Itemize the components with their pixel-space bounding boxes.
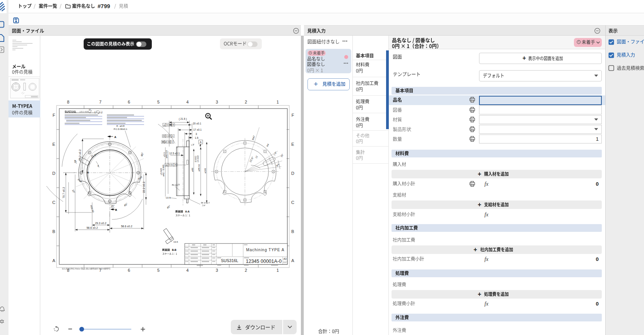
svg-text:12.5 ±0.1: 12.5 ±0.1: [169, 152, 180, 155]
svg-text:): ): [101, 111, 102, 114]
svg-text:0.02: 0.02: [166, 135, 170, 137]
svg-text:A3: A3: [283, 257, 287, 260]
svg-text:8: 8: [67, 100, 69, 104]
svg-text:+0.3: +0.3: [163, 152, 165, 157]
svg-text:E: E: [291, 142, 294, 147]
svg-text:A-A: A-A: [185, 210, 190, 213]
svg-text:A: A: [171, 141, 173, 143]
svg-text:A: A: [52, 258, 55, 263]
svg-text:SUS316L: SUS316L: [221, 258, 239, 263]
svg-text:A: A: [172, 124, 174, 126]
svg-text:D: D: [291, 171, 294, 176]
svg-text:58.6 ±0.2: 58.6 ±0.2: [121, 225, 132, 228]
svg-text:ø82 - 0.005: ø82 - 0.005: [162, 164, 165, 176]
svg-text:A: A: [175, 164, 176, 166]
svg-text:C: C: [291, 200, 294, 205]
svg-text:F: F: [53, 113, 55, 117]
svg-text:F: F: [292, 113, 294, 117]
svg-text:C: C: [52, 200, 55, 205]
svg-text:4: 4: [186, 268, 189, 273]
svg-text:B-B: B-B: [172, 249, 177, 251]
svg-text:2: 2: [245, 100, 247, 104]
svg-text:1: 1: [276, 100, 279, 104]
svg-text:P.C.D.96±0.1: P.C.D.96±0.1: [113, 128, 127, 130]
svg-text:22.2 ±0.2: 22.2 ±0.2: [79, 149, 81, 161]
svg-text:5: 5: [157, 100, 160, 104]
svg-text:C0.5: C0.5: [173, 241, 178, 243]
svg-text:70.7 ±0.2: 70.7 ±0.2: [62, 187, 65, 198]
svg-text:29.3 ±0.2: 29.3 ±0.2: [95, 222, 106, 224]
svg-text:1: 1: [276, 268, 279, 273]
svg-text:3: 3: [216, 268, 218, 273]
svg-text:A: A: [200, 141, 202, 143]
svg-text:B: B: [291, 229, 294, 234]
svg-text:15°: 15°: [111, 205, 115, 207]
svg-text:32: 32: [89, 109, 91, 111]
svg-text:1.5: 1.5: [195, 136, 198, 139]
svg-text:Machining TYPE A: Machining TYPE A: [246, 248, 284, 252]
svg-text:E: E: [52, 142, 55, 147]
svg-text:A: A: [115, 208, 117, 212]
svg-text:B: B: [87, 171, 89, 174]
svg-text:2: 2: [245, 268, 247, 273]
svg-text:A: A: [172, 135, 173, 137]
svg-text:20 ±0.1: 20 ±0.1: [193, 122, 201, 125]
svg-text:ø85 h6: ø85 h6: [198, 164, 200, 171]
svg-text:6: 6: [128, 268, 130, 273]
svg-text:4: 4: [186, 100, 189, 104]
svg-text:B: B: [52, 229, 55, 234]
svg-text:17 ±0.1: 17 ±0.1: [193, 128, 202, 131]
svg-text:8 - ø4.8: 8 - ø4.8: [117, 125, 125, 127]
svg-text:3: 3: [216, 100, 218, 104]
svg-text:58.6 ±0.2: 58.6 ±0.2: [86, 226, 98, 229]
svg-text:D: D: [52, 171, 55, 176]
svg-text:ø106: ø106: [204, 168, 206, 173]
svg-text:0.03: 0.03: [167, 124, 171, 126]
svg-text:6: 6: [128, 100, 130, 104]
svg-text:ø86 0.0: ø86 0.0: [165, 150, 168, 158]
svg-text:0.01: 0.01: [169, 164, 173, 166]
svg-text:3: 3: [196, 133, 197, 135]
svg-text:A: A: [114, 135, 117, 139]
svg-text:ø80: ø80: [191, 168, 194, 172]
svg-text:+0.020: +0.020: [160, 168, 162, 175]
svg-text:7: 7: [99, 100, 101, 104]
svg-text:( 21.5 ): ( 21.5 ): [179, 117, 187, 121]
svg-text:12345 00001A-0: 12345 00001A-0: [246, 259, 282, 264]
svg-text:A: A: [291, 258, 294, 263]
svg-text:(-0.022): (-0.022): [197, 155, 199, 162]
svg-text:5: 5: [157, 268, 160, 273]
svg-text:22.2 ±0.2: 22.2 ±0.2: [143, 181, 145, 193]
svg-text:ø0.02: ø0.02: [165, 141, 170, 143]
svg-text:8: 8: [67, 268, 69, 273]
